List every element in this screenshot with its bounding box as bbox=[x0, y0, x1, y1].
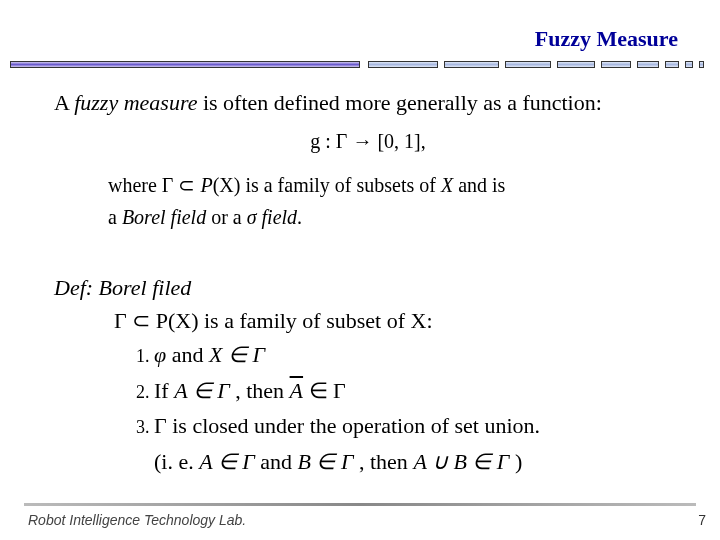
mb-pre: a bbox=[108, 206, 122, 228]
mw-mid: is a family of subsets of bbox=[240, 174, 441, 196]
x-in-gamma: X ∈ Γ bbox=[209, 342, 265, 367]
mb-b2: σ field bbox=[247, 206, 297, 228]
def-family-gamma: Γ ⊂ P(X) bbox=[114, 308, 199, 333]
math-where: where Γ ⊂ P(X) is a family of subsets of… bbox=[54, 169, 682, 233]
footer-rule bbox=[24, 503, 696, 506]
decor-seg bbox=[699, 61, 704, 68]
decor-seg bbox=[368, 61, 438, 68]
ie-line: (i. e. A ∈ Γ and B ∈ Γ , then A ∪ B ∈ Γ … bbox=[154, 447, 682, 477]
ie-a: A ∈ Γ bbox=[199, 449, 255, 474]
then-text: , then bbox=[230, 378, 290, 403]
definition-section: Def: Borel filed Γ ⊂ P(X) is a family of… bbox=[54, 273, 682, 477]
decor-seg bbox=[685, 61, 693, 68]
mw-arg: (X) bbox=[213, 174, 241, 196]
mb-end: . bbox=[297, 206, 302, 228]
decor-bar bbox=[0, 58, 720, 72]
math-map: g : Γ → [0, 1], bbox=[54, 128, 682, 155]
gamma-symbol: Γ bbox=[154, 413, 167, 438]
decor-seg bbox=[444, 61, 499, 68]
mb-b1: Borel field bbox=[122, 206, 206, 228]
decor-seg bbox=[665, 61, 679, 68]
content-area: A fuzzy measure is often defined more ge… bbox=[54, 88, 682, 477]
and-text: and bbox=[166, 342, 209, 367]
list-item: If A ∈ Γ , then A ∈ Γ bbox=[154, 376, 682, 406]
page-number: 7 bbox=[698, 512, 706, 528]
def-label: Def: Borel filed bbox=[54, 273, 682, 303]
ie-b: B ∈ Γ bbox=[298, 449, 354, 474]
mw-x: X bbox=[441, 174, 453, 196]
a-in-gamma: A ∈ Γ bbox=[174, 378, 230, 403]
mw-post: and is bbox=[453, 174, 505, 196]
phi-symbol: φ bbox=[154, 342, 166, 367]
a-bar: A bbox=[290, 378, 303, 403]
mb-or: or a bbox=[206, 206, 247, 228]
closed-text: is closed under the operation of set uni… bbox=[167, 413, 540, 438]
math-map-text: g : Γ → [0, 1], bbox=[310, 130, 425, 152]
def-family-rest: is a family of subset of X: bbox=[199, 308, 433, 333]
list-item: φ and X ∈ Γ bbox=[154, 340, 682, 370]
if-text: If bbox=[154, 378, 174, 403]
decor-seg bbox=[637, 61, 659, 68]
def-list: φ and X ∈ Γ If A ∈ Γ , then A ∈ Γ Γ is c… bbox=[154, 340, 682, 441]
abar-in-gamma: ∈ Γ bbox=[303, 378, 346, 403]
ie-and: and bbox=[255, 449, 298, 474]
decor-seg bbox=[601, 61, 631, 68]
decor-seg bbox=[505, 61, 551, 68]
intro-em: fuzzy measure bbox=[74, 90, 197, 115]
def-family: Γ ⊂ P(X) is a family of subset of X: bbox=[114, 306, 682, 336]
intro-line: A fuzzy measure is often defined more ge… bbox=[54, 88, 682, 118]
ie-ab: A ∪ B ∈ Γ bbox=[413, 449, 509, 474]
decor-bar-main bbox=[10, 61, 360, 68]
ie-close: ) bbox=[509, 449, 522, 474]
footer-lab: Robot Intelligence Technology Lab. bbox=[28, 512, 246, 528]
list-item: Γ is closed under the operation of set u… bbox=[154, 411, 682, 441]
page-title: Fuzzy Measure bbox=[535, 26, 678, 52]
intro-post: is often defined more generally as a fun… bbox=[197, 90, 601, 115]
mw-pre: where Γ ⊂ bbox=[108, 174, 200, 196]
decor-seg bbox=[557, 61, 595, 68]
intro-pre: A bbox=[54, 90, 74, 115]
mw-px: P bbox=[200, 174, 212, 196]
ie-then: , then bbox=[353, 449, 413, 474]
ie-open: (i. e. bbox=[154, 449, 199, 474]
